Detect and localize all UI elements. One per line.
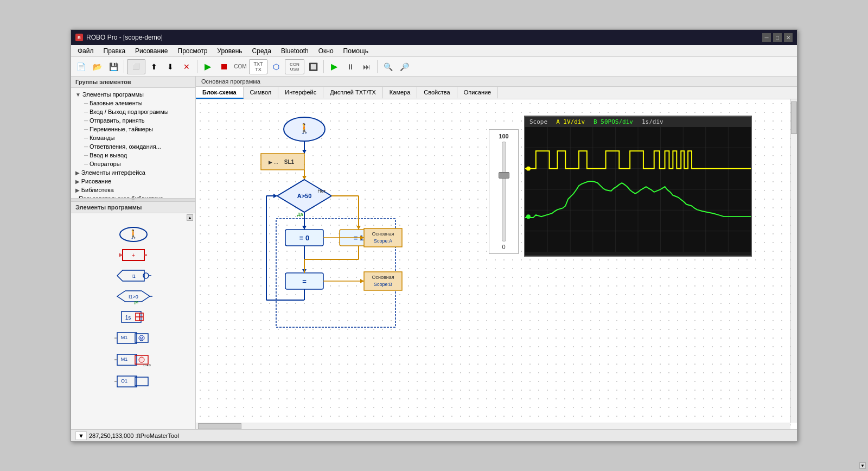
tree-item-vars[interactable]: ─ Переменные, таймеры xyxy=(73,125,193,133)
tab-symbol[interactable]: Символ xyxy=(244,87,279,99)
svg-text:Основная: Основная xyxy=(372,275,394,280)
svg-point-96 xyxy=(526,167,531,171)
svg-text:🚶: 🚶 xyxy=(128,229,139,239)
groups-header: Группы элементов xyxy=(71,77,195,88)
tree-item-elements[interactable]: ▼ Элементы программы xyxy=(73,90,193,99)
scroll-up[interactable]: ▲ xyxy=(187,214,193,221)
svg-text:O1: O1 xyxy=(120,378,127,384)
elem-motor-in[interactable]: M1 D◄0 xyxy=(114,351,152,368)
svg-text:Основная: Основная xyxy=(372,231,394,237)
status-arrow: ▼ xyxy=(75,431,87,440)
app-icon: R xyxy=(75,34,83,41)
tab-display[interactable]: Дисплей ТХТ/ТХ xyxy=(323,87,383,99)
stop-red-button[interactable]: ⏹ xyxy=(216,59,232,74)
title-bar: R ROBO Pro - [scope-demo] ─ □ ✕ xyxy=(71,30,797,45)
slider-min-value: 0 xyxy=(502,244,505,250)
tab-props[interactable]: Свойства xyxy=(417,87,457,99)
maximize-button[interactable]: □ xyxy=(773,33,782,42)
zoom-out-button[interactable]: 🔎 xyxy=(397,59,412,74)
svg-text:= 0: = 0 xyxy=(299,234,309,242)
compile-button[interactable]: ⬜ xyxy=(127,59,145,74)
scope-header: Scope A 1V/div B 50POS/div 1s/div xyxy=(525,117,751,127)
tree-item-send[interactable]: ─ Отправить, принять xyxy=(73,116,193,125)
elem-start[interactable]: 🚶 xyxy=(117,226,150,243)
menu-bluetooth[interactable]: Bluetooth xyxy=(277,46,313,56)
menu-view[interactable]: Просмотр xyxy=(174,46,212,56)
slider-track[interactable] xyxy=(502,142,506,241)
canvas-scrollbar[interactable] xyxy=(196,423,790,429)
pause-button[interactable]: ⏸ xyxy=(343,59,358,74)
main-content: Группы элементов ▼ Элементы программы ─ … xyxy=(71,77,797,429)
menu-level[interactable]: Уровень xyxy=(213,46,246,56)
svg-marker-7 xyxy=(117,270,144,281)
tab-interface[interactable]: Интерфейс xyxy=(278,87,323,99)
save-button[interactable]: 💾 xyxy=(106,59,121,74)
menu-window[interactable]: Окно xyxy=(314,46,338,56)
com-button[interactable]: COM xyxy=(233,59,248,74)
tree-item-io[interactable]: ─ Ввод и вывод xyxy=(73,151,193,160)
toolbar: 📄 📂 💾 ⬜ ⬆ ⬇ ✕ ▶ ⏹ COM TXTTX ⬡ CONUSB 🔲 ▶… xyxy=(71,57,797,77)
slider-thumb[interactable] xyxy=(499,172,509,179)
canvas-area[interactable]: 🚶 ▶ ... SL1 A>50 Нет Да xyxy=(196,99,797,429)
con-usb-button[interactable]: CONUSB xyxy=(285,59,304,74)
svg-marker-39 xyxy=(302,150,307,154)
scope-title-label: Scope xyxy=(529,118,547,125)
tabs-bar: Блок-схема Символ Интерфейс Дисплей ТХТ/… xyxy=(196,87,797,99)
tree-item-basic[interactable]: ─ Базовые элементы xyxy=(73,99,193,107)
upload-button[interactable]: ⬆ xyxy=(146,59,162,74)
svg-text:M1: M1 xyxy=(120,357,127,362)
left-panel: Группы элементов ▼ Элементы программы ─ … xyxy=(71,77,196,429)
new-button[interactable]: 📄 xyxy=(73,59,88,74)
svg-text:I1: I1 xyxy=(131,273,136,279)
scope-display: Scope A 1V/div B 50POS/div 1s/div xyxy=(524,116,752,257)
title-bar-left: R ROBO Pro - [scope-demo] xyxy=(75,34,163,41)
svg-text:Да: Да xyxy=(297,212,303,217)
open-button[interactable]: 📂 xyxy=(90,59,105,74)
tab-desc[interactable]: Описание xyxy=(457,87,499,99)
elem-output[interactable]: O1 xyxy=(114,373,152,390)
elements-header: Элементы программы xyxy=(71,202,195,213)
tab-blockscheme[interactable]: Блок-схема xyxy=(196,87,244,99)
tab-camera[interactable]: Камера xyxy=(383,87,417,99)
display-button[interactable]: 🔲 xyxy=(305,59,321,74)
elem-input[interactable]: I1 xyxy=(114,268,152,284)
svg-point-97 xyxy=(526,214,531,219)
tree-item-ops[interactable]: ─ Операторы xyxy=(73,160,193,168)
step-button[interactable]: ⏭ xyxy=(359,59,374,74)
minimize-button[interactable]: ─ xyxy=(762,33,771,42)
menu-env[interactable]: Среда xyxy=(248,46,276,56)
tree-item-sub[interactable]: ─ Вход / Выход подпрограммы xyxy=(73,107,193,116)
zoom-in-button[interactable]: 🔍 xyxy=(380,59,395,74)
play-button[interactable]: ▶ xyxy=(327,59,342,74)
svg-marker-66 xyxy=(356,226,361,230)
tree-item-branch[interactable]: ─ Ответвления, ожидания... xyxy=(73,142,193,151)
slider-widget[interactable]: 100 0 xyxy=(489,129,519,254)
stop-button[interactable]: ✕ xyxy=(179,59,194,74)
elem-motor-out[interactable]: M1 M xyxy=(114,329,152,347)
download-button[interactable]: ⬇ xyxy=(163,59,178,74)
tree-item-cmds[interactable]: ─ Команды xyxy=(73,133,193,142)
run-green-button[interactable]: ▶ xyxy=(200,59,215,74)
txt-button[interactable]: TXTTX xyxy=(249,59,267,74)
bluetooth-button[interactable]: ⬡ xyxy=(269,59,284,74)
tree-item-interface[interactable]: ▶ Элементы интерфейса xyxy=(73,168,193,177)
tree-item-library[interactable]: ▶ Библиотека xyxy=(73,186,193,194)
elem-condition[interactable]: I1>0 да xyxy=(114,288,152,304)
menu-help[interactable]: Помощь xyxy=(339,46,373,56)
svg-text:M1: M1 xyxy=(120,335,127,340)
tree-area: ▼ Элементы программы ─ Базовые элементы … xyxy=(71,88,195,198)
menu-file[interactable]: Файл xyxy=(73,46,98,56)
close-button[interactable]: ✕ xyxy=(784,33,793,42)
canvas-vscrollbar[interactable] xyxy=(790,99,797,423)
svg-point-29 xyxy=(139,357,144,362)
elem-timer[interactable]: 1s xyxy=(117,309,150,325)
tree-item-drawing[interactable]: ▶ Рисование xyxy=(73,177,193,186)
svg-text:A>50: A>50 xyxy=(297,193,312,199)
menu-edit[interactable]: Правка xyxy=(99,46,130,56)
title-bar-controls: ─ □ ✕ xyxy=(762,33,793,42)
elem-branch[interactable]: + xyxy=(117,247,150,263)
menu-draw[interactable]: Рисование xyxy=(131,46,172,56)
window-title: ROBO Pro - [scope-demo] xyxy=(86,34,163,41)
program-label: Основная программа xyxy=(196,77,797,87)
svg-text:🚶: 🚶 xyxy=(298,123,311,135)
